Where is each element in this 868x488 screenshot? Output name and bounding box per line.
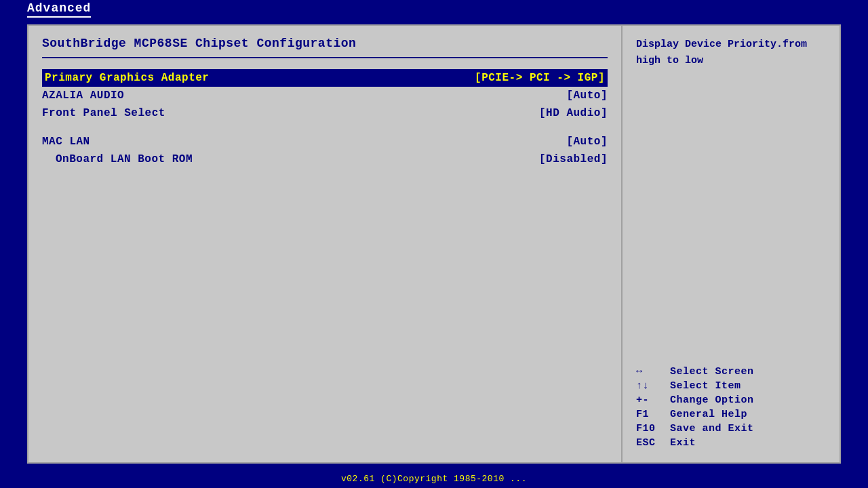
help-text: Display Device Priority.from high to low bbox=[636, 37, 826, 69]
config-label-3: MAC LAN bbox=[42, 136, 90, 148]
key-symbol-0: ↔ bbox=[636, 366, 670, 378]
config-label-1: AZALIA AUDIO bbox=[42, 89, 124, 102]
config-row-3[interactable]: MAC LAN[Auto] bbox=[42, 133, 608, 150]
key-symbol-2: +- bbox=[636, 394, 670, 406]
key-desc-5: Exit bbox=[670, 437, 696, 449]
key-row-5: ESCExit bbox=[636, 437, 826, 449]
key-desc-0: Select Screen bbox=[670, 366, 754, 378]
config-label-2: Front Panel Select bbox=[42, 107, 165, 119]
bottom-bar: v02.61 (C)Copyright 1985-2010 ... bbox=[0, 469, 868, 488]
key-row-1: ↑↓Select Item bbox=[636, 380, 826, 392]
top-bar: Advanced bbox=[0, 0, 868, 19]
key-desc-3: General Help bbox=[670, 409, 747, 420]
config-value-1: [Auto] bbox=[566, 89, 608, 102]
spacer bbox=[42, 122, 608, 133]
config-row-2[interactable]: Front Panel Select[HD Audio] bbox=[42, 104, 608, 122]
config-value-3: [Auto] bbox=[566, 136, 608, 148]
key-desc-2: Change Option bbox=[670, 394, 754, 406]
bottom-bar-text: v02.61 (C)Copyright 1985-2010 ... bbox=[341, 474, 527, 484]
config-row-0[interactable]: Primary Graphics Adapter[PCIE-> PCI -> I… bbox=[42, 69, 608, 87]
config-value-0: [PCIE-> PCI -> IGP] bbox=[475, 72, 605, 84]
config-row-1[interactable]: AZALIA AUDIO[Auto] bbox=[42, 87, 608, 104]
key-symbol-3: F1 bbox=[636, 409, 670, 420]
config-table: Primary Graphics Adapter[PCIE-> PCI -> I… bbox=[42, 69, 608, 168]
key-row-3: F1General Help bbox=[636, 409, 826, 420]
config-label-0: Primary Graphics Adapter bbox=[45, 72, 209, 84]
key-desc-1: Select Item bbox=[670, 380, 741, 392]
config-label-4: OnBoard LAN Boot ROM bbox=[56, 153, 193, 165]
key-desc-4: Save and Exit bbox=[670, 423, 754, 434]
right-panel: Display Device Priority.from high to low… bbox=[623, 26, 840, 462]
main-content: SouthBridge MCP68SE Chipset Configuratio… bbox=[27, 24, 841, 464]
panel-title: SouthBridge MCP68SE Chipset Configuratio… bbox=[42, 37, 608, 50]
key-row-2: +-Change Option bbox=[636, 394, 826, 406]
left-panel: SouthBridge MCP68SE Chipset Configuratio… bbox=[28, 26, 623, 462]
config-value-2: [HD Audio] bbox=[539, 107, 608, 119]
key-symbol-4: F10 bbox=[636, 423, 670, 434]
key-row-4: F10Save and Exit bbox=[636, 423, 826, 434]
config-row-4[interactable]: OnBoard LAN Boot ROM[Disabled] bbox=[42, 150, 608, 168]
key-help: ↔Select Screen↑↓Select Item+-Change Opti… bbox=[636, 366, 826, 451]
key-symbol-5: ESC bbox=[636, 437, 670, 449]
divider bbox=[42, 57, 608, 58]
top-bar-title: Advanced bbox=[27, 1, 91, 18]
key-row-0: ↔Select Screen bbox=[636, 366, 826, 378]
config-value-4: [Disabled] bbox=[539, 153, 608, 165]
key-symbol-1: ↑↓ bbox=[636, 380, 670, 392]
